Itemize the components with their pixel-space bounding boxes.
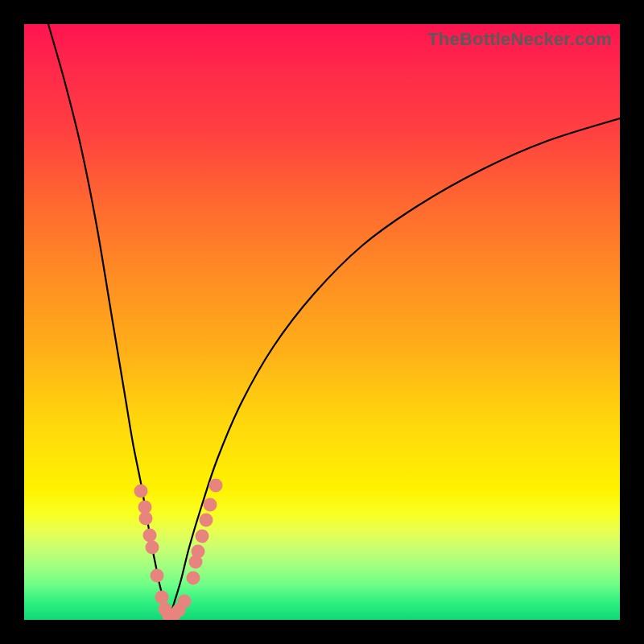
data-dots	[134, 479, 223, 621]
data-dot	[204, 498, 217, 512]
data-dot	[155, 591, 169, 605]
data-dot	[139, 512, 153, 526]
data-dot	[151, 569, 164, 583]
data-dot	[134, 485, 148, 498]
data-dot	[146, 541, 159, 555]
chart-frame: TheBottleNecker.com	[0, 0, 644, 644]
data-dot	[143, 529, 157, 543]
curve-right	[169, 118, 620, 620]
data-dot	[187, 572, 200, 585]
data-dot	[200, 514, 213, 527]
chart-svg	[24, 24, 620, 620]
data-dot	[192, 545, 205, 559]
data-dot	[178, 595, 192, 609]
data-dot	[209, 479, 223, 493]
plot-area: TheBottleNecker.com	[24, 24, 620, 620]
data-dot	[196, 530, 209, 543]
